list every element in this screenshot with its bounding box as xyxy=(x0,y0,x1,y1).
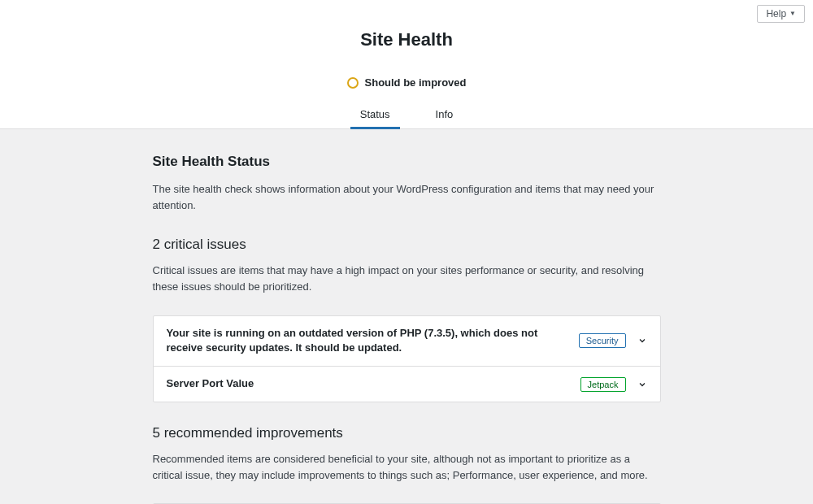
status-section-heading: Site Health Status xyxy=(153,154,661,170)
critical-item[interactable]: Your site is running on an outdated vers… xyxy=(154,316,660,367)
critical-description: Critical issues are items that may have … xyxy=(153,263,661,295)
status-section-description: The site health check shows information … xyxy=(153,181,661,214)
page-title: Site Health xyxy=(0,0,813,50)
status-summary: Should be improved xyxy=(0,76,813,89)
body-region: Site Health Status The site health check… xyxy=(0,129,813,504)
tab-info[interactable]: Info xyxy=(433,108,457,128)
critical-item-title: Server Port Value xyxy=(167,376,580,392)
critical-item[interactable]: Server Port Value Jetpack xyxy=(154,366,660,402)
help-button[interactable]: Help ▼ xyxy=(757,5,805,23)
critical-heading: 2 critical issues xyxy=(153,237,661,253)
tab-status[interactable]: Status xyxy=(357,108,393,128)
chevron-down-icon xyxy=(637,380,647,389)
status-ring-icon xyxy=(347,77,359,89)
caret-down-icon: ▼ xyxy=(789,11,796,17)
critical-accordion: Your site is running on an outdated vers… xyxy=(153,315,661,403)
recommended-heading: 5 recommended improvements xyxy=(153,425,661,441)
content-column: Site Health Status The site health check… xyxy=(153,154,661,504)
badge-jetpack: Jetpack xyxy=(580,377,626,392)
recommended-description: Recommended items are considered benefic… xyxy=(153,451,661,484)
help-button-label: Help xyxy=(766,8,786,20)
status-summary-label: Should be improved xyxy=(365,76,467,89)
badge-security: Security xyxy=(579,333,626,348)
tab-bar: Status Info xyxy=(0,108,813,129)
chevron-down-icon xyxy=(637,336,647,345)
critical-item-title: Your site is running on an outdated vers… xyxy=(167,326,579,357)
header-region: Help ▼ Site Health Should be improved St… xyxy=(0,0,813,129)
